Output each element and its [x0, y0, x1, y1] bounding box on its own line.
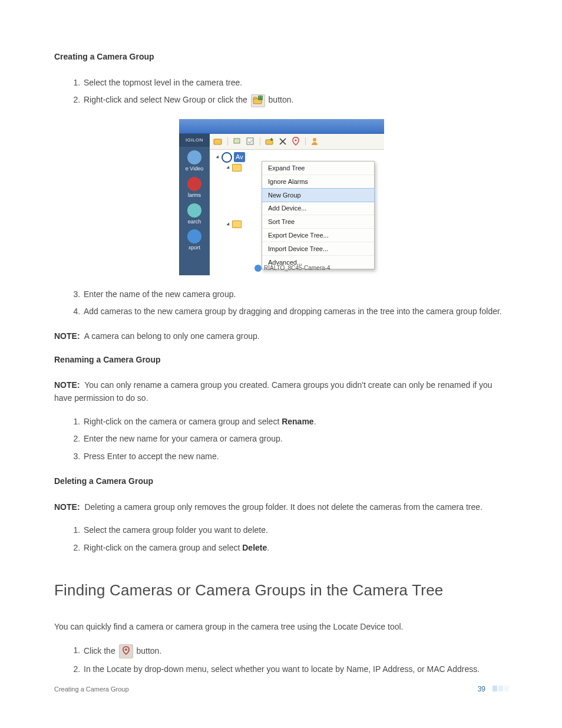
new-group-folder-icon — [251, 94, 265, 107]
checkbox-icon — [246, 137, 255, 146]
footer-left: Creating a Camera Group — [54, 684, 129, 694]
tree-node-label: Av — [234, 152, 245, 162]
sidebar-export-icon — [187, 229, 201, 243]
bold-rename: Rename — [282, 417, 313, 426]
note-label: NOTE: — [54, 380, 80, 390]
camera-icon — [254, 265, 262, 272]
menu-item-ignore-alarms[interactable]: Ignore Alarms — [262, 175, 374, 189]
text: Right-click and select New Group or clic… — [84, 95, 250, 104]
sidebar-item-label: xport — [179, 244, 210, 252]
svg-point-11 — [125, 648, 127, 651]
menu-item-add-device[interactable]: Add Device... — [262, 202, 374, 215]
list-item: Enter the name of the new camera group. — [82, 288, 509, 301]
note-label: NOTE: — [54, 331, 80, 341]
list-item: Right-click and select New Group or clic… — [82, 94, 509, 107]
text: Click the — [84, 645, 118, 655]
folder-icon — [213, 137, 223, 146]
list-item: In the Locate by drop-down menu, select … — [82, 663, 509, 676]
heading-renaming: Renaming a Camera Group — [54, 354, 509, 367]
folder-icon — [232, 164, 242, 172]
menu-item-sort-tree[interactable]: Sort Tree — [262, 215, 374, 229]
page-number: 39 — [478, 684, 485, 695]
avigilon-node-icon — [222, 152, 232, 163]
heading-creating: Creating a Camera Group — [54, 51, 509, 64]
creating-steps-cont: Enter the name of the new camera group. … — [54, 288, 509, 318]
note-creating: NOTE: A camera can belong to only one ca… — [54, 330, 509, 343]
menu-item-import-tree[interactable]: Import Device Tree... — [262, 242, 374, 256]
list-item: Add cameras to the new camera group by d… — [82, 305, 509, 318]
sidebar-video-icon — [187, 150, 201, 164]
svg-rect-1 — [253, 97, 257, 99]
locate-icon — [291, 137, 300, 146]
note-text: You can only rename a camera group you c… — [54, 380, 492, 403]
svg-point-9 — [295, 139, 296, 141]
text: . — [314, 417, 316, 426]
menu-item-expand-tree[interactable]: Expand Tree — [262, 162, 374, 175]
text: . — [267, 543, 269, 552]
app-sidebar: IGILON e Video larms earch xport — [179, 134, 210, 275]
sidebar-item-label: earch — [179, 218, 210, 226]
menu-item-new-group[interactable]: New Group — [262, 188, 375, 202]
page: Creating a Camera Group Select the topmo… — [0, 0, 562, 728]
footer-decoration — [491, 684, 509, 694]
svg-rect-5 — [214, 139, 222, 144]
note-label: NOTE: — [54, 502, 80, 512]
text: button. — [136, 645, 161, 655]
list-item: Right-click on the camera group and sele… — [82, 542, 509, 555]
sidebar-alarms-icon — [187, 177, 201, 191]
finding-steps: Click the button. In the Locate by drop-… — [54, 644, 509, 676]
heading-deleting: Deleting a Camera Group — [54, 475, 509, 488]
bold-delete: Delete — [242, 543, 267, 552]
finding-intro: You can quickly find a camera or camera … — [54, 621, 509, 634]
context-menu: Expand Tree Ignore Alarms New Group Add … — [262, 161, 375, 269]
user-icon — [310, 137, 320, 146]
text: Right-click on the camera or camera grou… — [84, 417, 282, 426]
delete-icon — [278, 137, 287, 146]
note-text: Deleting a camera group only removes the… — [84, 502, 482, 512]
tree-toolbar — [210, 134, 384, 150]
window-titlebar — [179, 119, 384, 134]
note-text: A camera can belong to only one camera g… — [84, 331, 260, 341]
text: button. — [269, 95, 294, 104]
menu-item-export-tree[interactable]: Export Device Tree... — [262, 229, 374, 242]
tree-panel: Av Expand Tree Ignore Alarms New Group A… — [210, 134, 384, 275]
context-menu-screenshot: IGILON e Video larms earch xport — [179, 119, 384, 275]
list-item: Select the camera group folder you want … — [82, 524, 509, 537]
page-footer: Creating a Camera Group 39 — [54, 684, 509, 695]
locate-device-icon — [119, 644, 133, 658]
note-renaming: NOTE: You can only rename a camera group… — [54, 379, 509, 404]
list-item: Right-click on the camera or camera grou… — [82, 416, 509, 429]
renaming-steps: Right-click on the camera or camera grou… — [54, 416, 509, 463]
svg-rect-6 — [234, 139, 240, 143]
list-item: Enter the new name for your camera or ca… — [82, 433, 509, 446]
heading-finding: Finding Cameras or Camera Groups in the … — [54, 578, 509, 602]
creating-steps: Select the topmost level in the camera t… — [54, 77, 509, 107]
camera-label: RIALTO_8C45-Camera-4 — [264, 263, 330, 273]
sidebar-item-label: larms — [179, 192, 210, 200]
camera-tree-row: RIALTO_8C45-Camera-4 — [254, 263, 330, 273]
svg-rect-7 — [247, 138, 253, 144]
sidebar-search-icon — [187, 203, 201, 218]
note-deleting: NOTE: Deleting a camera group only remov… — [54, 501, 509, 514]
deleting-steps: Select the camera group folder you want … — [54, 524, 509, 554]
text: Right-click on the camera group and sele… — [84, 543, 242, 552]
brand-label: IGILON — [179, 134, 210, 147]
sidebar-item-label: e Video — [179, 165, 210, 173]
list-item: Click the button. — [82, 644, 509, 658]
svg-point-10 — [313, 138, 316, 141]
list-item: Select the topmost level in the camera t… — [82, 77, 509, 90]
folder-icon — [232, 220, 242, 228]
list-item: Press Enter to accept the new name. — [82, 450, 509, 463]
device-icon — [233, 137, 242, 146]
new-group-icon — [265, 137, 275, 146]
